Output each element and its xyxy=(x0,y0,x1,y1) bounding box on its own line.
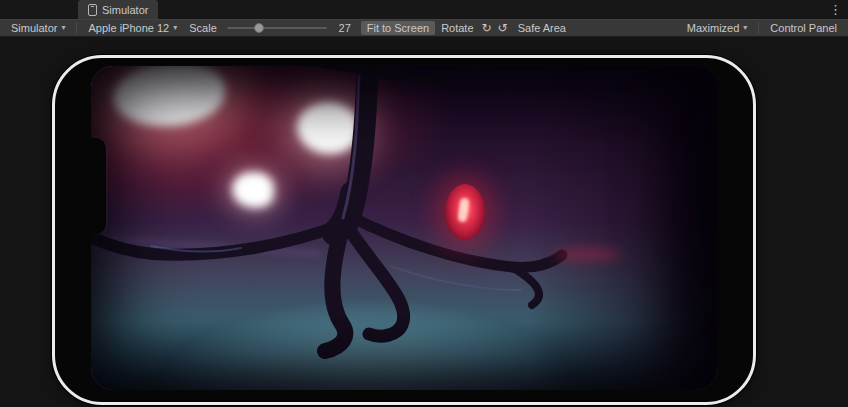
toolbar-separator xyxy=(758,22,759,34)
simulator-viewport xyxy=(0,37,848,407)
caret-down-icon: ▾ xyxy=(743,24,747,32)
unity-simulator-window: Simulator ⋮ Simulator ▾ Apple iPhone 12 … xyxy=(0,0,848,407)
rotate-ccw-icon[interactable]: ↺ xyxy=(496,22,510,34)
control-panel-label: Control Panel xyxy=(770,22,837,34)
scene-vignette xyxy=(91,66,717,390)
game-screen[interactable] xyxy=(91,66,717,390)
tab-strip: Simulator ⋮ xyxy=(0,0,848,19)
rotate-cw-icon[interactable]: ↻ xyxy=(480,22,494,34)
tab-label: Simulator xyxy=(102,4,148,16)
scale-slider-thumb[interactable] xyxy=(254,23,264,33)
scale-label: Scale xyxy=(185,21,221,35)
rotate-label: Rotate xyxy=(437,21,477,35)
simulator-menu-dropdown[interactable]: Simulator ▾ xyxy=(5,21,71,35)
device-icon xyxy=(88,4,97,16)
safe-area-button[interactable]: Safe Area xyxy=(512,21,572,35)
maximized-label: Maximized xyxy=(687,22,740,34)
scale-slider[interactable] xyxy=(227,21,327,35)
iphone-12-frame xyxy=(52,55,756,405)
scale-slider-track xyxy=(227,27,327,29)
device-dropdown-label: Apple iPhone 12 xyxy=(88,22,169,34)
device-dropdown[interactable]: Apple iPhone 12 ▾ xyxy=(82,21,183,35)
caret-down-icon: ▾ xyxy=(61,24,65,32)
simulator-menu-label: Simulator xyxy=(11,22,57,34)
scale-value: 27 xyxy=(333,22,359,34)
simulator-toolbar: Simulator ▾ Apple iPhone 12 ▾ Scale 27 F… xyxy=(0,19,848,37)
caret-down-icon: ▾ xyxy=(173,24,177,32)
fit-to-screen-button[interactable]: Fit to Screen xyxy=(361,21,435,35)
tab-simulator[interactable]: Simulator xyxy=(78,0,158,19)
maximized-dropdown[interactable]: Maximized ▾ xyxy=(681,21,754,35)
iphone-notch xyxy=(91,138,106,234)
safe-area-label: Safe Area xyxy=(518,22,566,34)
kebab-menu-icon[interactable]: ⋮ xyxy=(829,0,842,19)
toolbar-separator xyxy=(76,22,77,34)
control-panel-button[interactable]: Control Panel xyxy=(764,21,843,35)
fit-to-screen-label: Fit to Screen xyxy=(367,22,429,34)
